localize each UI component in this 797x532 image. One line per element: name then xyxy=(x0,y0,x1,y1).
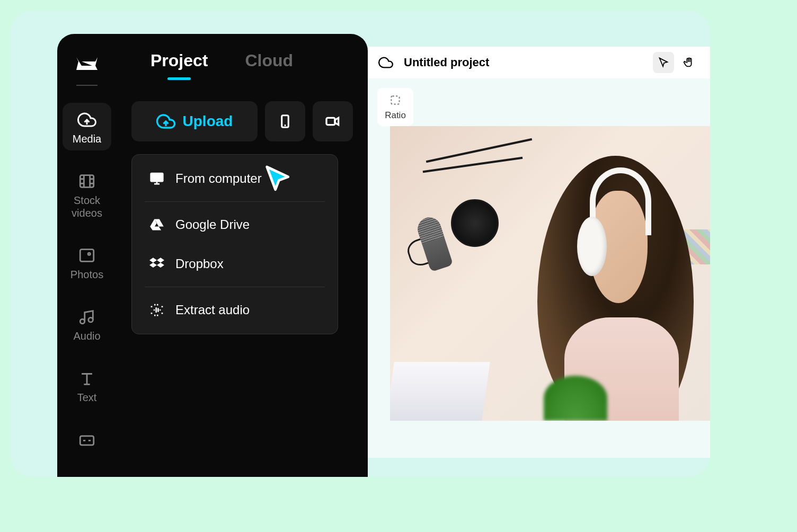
sidebar-label: Text xyxy=(77,391,97,404)
svg-rect-2 xyxy=(80,250,94,262)
sidebar-item-media[interactable]: Media xyxy=(63,103,111,150)
sidebar-item-text[interactable]: Text xyxy=(63,361,111,409)
divider xyxy=(145,287,325,287)
dropdown-label: Extract audio xyxy=(175,303,250,317)
google-drive-icon xyxy=(149,217,165,233)
sidebar-label: Audio xyxy=(73,330,100,342)
sidebar-item-photos[interactable]: Photos xyxy=(63,238,111,286)
record-button[interactable] xyxy=(313,101,353,141)
captions-icon xyxy=(77,430,96,449)
cloud-icon xyxy=(378,55,393,70)
video-camera-icon xyxy=(324,113,341,130)
image-icon xyxy=(77,246,96,265)
svg-rect-9 xyxy=(151,173,163,181)
sidebar-item-stock-videos[interactable]: Stock videos xyxy=(63,164,111,225)
ratio-tool[interactable]: Ratio xyxy=(377,88,413,126)
sidebar-label: Media xyxy=(73,132,101,145)
svg-rect-6 xyxy=(80,436,94,445)
tabs: Project Cloud xyxy=(131,51,353,80)
film-icon xyxy=(77,172,96,191)
upload-extract-audio[interactable]: Extract audio xyxy=(132,290,338,330)
dropdown-label: Dropbox xyxy=(175,256,224,271)
smartphone-icon xyxy=(277,113,293,129)
upload-button[interactable]: Upload xyxy=(131,101,258,141)
sidebar-item-more[interactable] xyxy=(63,423,111,455)
canvas-area[interactable]: Ratio xyxy=(368,78,710,458)
sidebar-label: Stock videos xyxy=(63,194,111,219)
extract-audio-icon xyxy=(149,302,165,318)
cloud-upload-icon xyxy=(77,110,96,129)
ratio-label: Ratio xyxy=(385,110,406,121)
dropdown-label: From computer xyxy=(175,171,262,186)
sidebar: Media Stock videos Photos xyxy=(57,34,117,477)
upload-label: Upload xyxy=(183,113,233,130)
ratio-icon xyxy=(388,93,402,107)
sidebar-label: Photos xyxy=(70,268,103,281)
divider xyxy=(76,85,98,86)
hand-tool[interactable] xyxy=(678,52,699,73)
pointer-tool[interactable] xyxy=(653,52,674,73)
dropbox-icon xyxy=(149,256,165,272)
video-preview[interactable] xyxy=(390,126,710,421)
monitor-icon xyxy=(149,171,165,187)
divider xyxy=(145,201,325,202)
cloud-upload-icon xyxy=(156,112,175,131)
sidebar-item-audio[interactable]: Audio xyxy=(63,300,111,348)
tab-project[interactable]: Project xyxy=(150,51,208,80)
editor-area: Untitled project Ratio xyxy=(368,47,710,458)
svg-rect-1 xyxy=(80,175,94,188)
project-title[interactable]: Untitled project xyxy=(404,56,489,69)
svg-rect-8 xyxy=(326,118,335,125)
upload-google-drive[interactable]: Google Drive xyxy=(132,205,338,244)
action-buttons: Upload xyxy=(131,101,353,141)
upload-from-computer[interactable]: From computer xyxy=(132,159,338,198)
upload-dropbox[interactable]: Dropbox xyxy=(132,244,338,283)
text-icon xyxy=(77,369,96,388)
upload-dropdown: From computer Google Drive Dropbox xyxy=(131,154,338,334)
editor-header: Untitled project xyxy=(368,47,710,78)
tab-cloud[interactable]: Cloud xyxy=(245,51,293,80)
cursor-pointer-icon xyxy=(261,163,295,197)
main-panel: Project Cloud Upload xyxy=(117,34,368,477)
media-panel: Media Stock videos Photos xyxy=(57,34,368,477)
mobile-button[interactable] xyxy=(265,101,305,141)
dropdown-label: Google Drive xyxy=(175,217,250,232)
app-logo[interactable] xyxy=(74,53,100,74)
svg-point-3 xyxy=(88,253,90,255)
music-icon xyxy=(77,307,96,326)
svg-rect-0 xyxy=(391,96,399,104)
